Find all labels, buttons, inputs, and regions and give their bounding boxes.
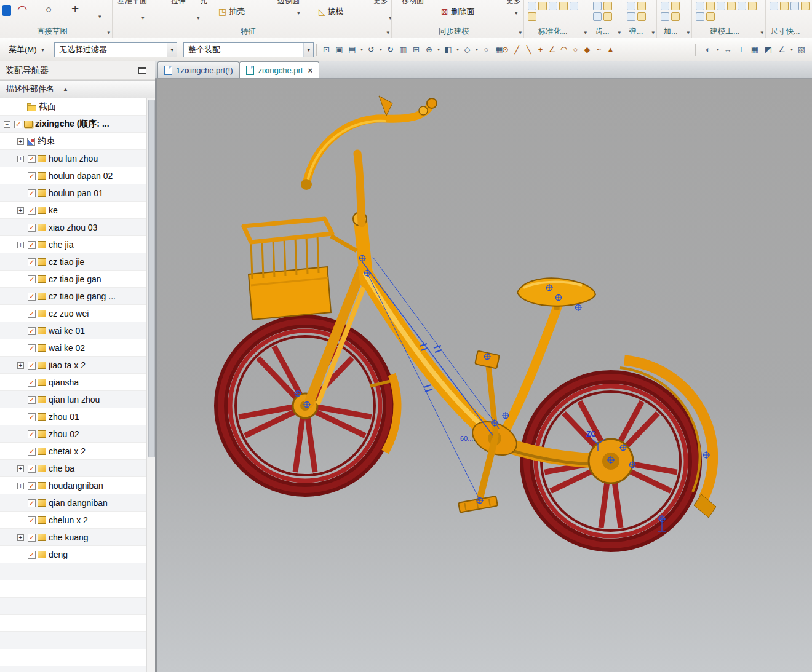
tree-item[interactable]: +✓che kuang	[0, 529, 146, 546]
expand-icon[interactable]: +	[17, 534, 24, 541]
point-icon[interactable]: +	[71, 1, 79, 16]
tree-item-label[interactable]: qiansha	[49, 378, 79, 387]
dropdown-caret-icon[interactable]: ▾	[715, 42, 721, 57]
component-checkbox[interactable]: ✓	[28, 310, 36, 318]
tree-item-label[interactable]: 约束	[38, 136, 55, 147]
tree-item[interactable]: 截面	[0, 98, 146, 116]
expand-icon[interactable]: +	[17, 207, 24, 214]
dropdown-caret-icon[interactable]: ▾	[378, 42, 384, 57]
dropdown-caret-icon[interactable]: ▾	[141, 15, 145, 21]
measure-icon[interactable]: ∠	[775, 42, 789, 57]
dropdown-caret-icon[interactable]: ▾	[197, 15, 200, 21]
expand-icon[interactable]: +	[17, 242, 24, 248]
mini-tool-icon[interactable]	[801, 2, 810, 10]
mini-tool-icon[interactable]	[727, 2, 736, 10]
tree-item[interactable]: ✓zhou 01	[0, 408, 146, 425]
mini-tool-icon[interactable]	[661, 12, 669, 21]
mini-tool-icon[interactable]	[780, 2, 789, 10]
snap-intersection-icon[interactable]: ∠	[546, 42, 558, 57]
dropdown-caret-icon[interactable]: ▾	[436, 42, 442, 57]
component-checkbox[interactable]: ✓	[28, 327, 36, 335]
mini-tool-icon[interactable]	[603, 12, 612, 21]
mini-tool-icon[interactable]	[593, 2, 602, 10]
tree-item[interactable]: ✓qian dangniban	[0, 494, 146, 512]
move-face-button[interactable]: 移动面	[402, 0, 424, 6]
group-dropdown-icon[interactable]: ▾	[651, 30, 655, 36]
edge-blend-button[interactable]: 边倒圆	[277, 0, 300, 6]
more-button[interactable]: 更多	[373, 0, 388, 6]
snap-enable-icon[interactable]: ⊙	[500, 42, 511, 57]
component-checkbox[interactable]: ✓	[28, 207, 36, 215]
mini-tool-icon[interactable]	[706, 12, 715, 21]
component-checkbox[interactable]: ✓	[28, 482, 36, 490]
tree-item[interactable]: ✓houlun pan 01	[0, 184, 146, 202]
dropdown-caret-icon[interactable]: ▾	[389, 15, 391, 21]
component-checkbox[interactable]: ✓	[28, 344, 36, 352]
combo-arrow-icon[interactable]: ▾	[303, 43, 313, 57]
component-checkbox[interactable]: ✓	[28, 551, 36, 559]
group-dropdown-icon[interactable]: ▾	[107, 30, 110, 36]
tab-1zixingche[interactable]: 1zixingche.prt(!)	[157, 61, 239, 78]
align-icon[interactable]: ⊥	[734, 42, 748, 57]
tree-item-label[interactable]: che jia	[49, 240, 73, 250]
tree-item-label[interactable]: wai ke 01	[49, 326, 85, 336]
selection-filter-combo[interactable]: 无选择过滤器 ▾	[54, 42, 177, 57]
mini-tool-icon[interactable]	[538, 2, 547, 10]
hole-button[interactable]: 孔	[200, 0, 207, 6]
tree-item-label[interactable]: che kuang	[49, 532, 89, 542]
group-dropdown-icon[interactable]: ▾	[760, 30, 763, 36]
graphics-viewport[interactable]: 60.... ZC	[157, 79, 812, 672]
redo-icon[interactable]: ↻	[384, 42, 397, 57]
dropdown-caret-icon[interactable]: ▾	[474, 42, 480, 57]
draft-button[interactable]: ◺ 拔模	[319, 6, 344, 17]
tree-item[interactable]: +✓che ba	[0, 460, 146, 477]
snap-face-icon[interactable]: ▲	[605, 42, 616, 57]
snap-quadrant-icon[interactable]: ○	[570, 42, 581, 57]
component-checkbox[interactable]: ✓	[28, 362, 36, 370]
component-checkbox[interactable]: ✓	[28, 516, 36, 524]
expand-icon[interactable]: +	[17, 465, 24, 472]
tree-item[interactable]: +✓jiao ta x 2	[0, 357, 146, 374]
datum-plane-button[interactable]: 基准平面	[117, 0, 147, 6]
tree-item[interactable]: ✓xiao zhou 03	[0, 219, 146, 236]
component-checkbox[interactable]: ✓	[28, 465, 36, 473]
shell-button[interactable]: ◳ 抽壳	[218, 6, 245, 17]
show-hide-icon[interactable]: ◐	[701, 42, 715, 57]
collapse-icon[interactable]: −	[4, 121, 10, 128]
component-checkbox[interactable]: ✓	[28, 413, 36, 421]
tree-item-label[interactable]: chelun x 2	[49, 515, 88, 525]
copy-icon[interactable]: ⊞	[410, 42, 423, 57]
component-checkbox[interactable]: ✓	[28, 448, 36, 456]
front-basket[interactable]	[244, 219, 357, 320]
edit-section-icon[interactable]: ◩	[762, 42, 775, 57]
csys-label[interactable]: ZC	[586, 430, 596, 438]
mini-tool-icon[interactable]	[706, 2, 715, 10]
tree-item-label[interactable]: jiao ta x 2	[49, 360, 86, 370]
paste-icon[interactable]: ▤	[346, 42, 359, 57]
mini-tool-icon[interactable]	[671, 12, 680, 21]
tree-item-label[interactable]: hou lun zhou	[49, 154, 98, 164]
group-dropdown-icon[interactable]: ▾	[519, 30, 522, 36]
touch-mode-icon[interactable]: ⊡	[320, 42, 333, 57]
pattern-icon[interactable]: ▦	[748, 42, 762, 57]
menu-button[interactable]: 菜单(M) ▾	[4, 42, 51, 57]
component-checkbox[interactable]: ✓	[28, 379, 36, 387]
mini-tool-icon[interactable]	[603, 2, 612, 10]
selection-scope-combo[interactable]: 整个装配 ▾	[183, 42, 314, 57]
saddle[interactable]	[517, 278, 595, 310]
mini-tool-icon[interactable]	[528, 12, 536, 21]
tree-item-label[interactable]: cz tiao jie gang ...	[49, 291, 116, 301]
component-checkbox[interactable]: ✓	[28, 430, 36, 438]
extrude-button[interactable]: 拉伸	[171, 0, 186, 6]
component-checkbox[interactable]: ✓	[14, 121, 22, 128]
tree-item-label[interactable]: houlun dapan 02	[49, 171, 113, 181]
tree-item[interactable]: ✓cz tiao jie gan	[0, 271, 146, 288]
group-dropdown-icon[interactable]: ▾	[618, 30, 621, 36]
close-tab-icon[interactable]: ×	[308, 66, 312, 75]
expand-icon[interactable]: +	[17, 138, 24, 145]
snap-existing-point-icon[interactable]: ◆	[581, 42, 593, 57]
tree-item[interactable]: +约束	[0, 133, 146, 150]
undock-panel-icon[interactable]	[138, 67, 146, 74]
component-checkbox[interactable]: ✓	[28, 224, 36, 232]
tree-item[interactable]: ✓deng	[0, 546, 146, 563]
